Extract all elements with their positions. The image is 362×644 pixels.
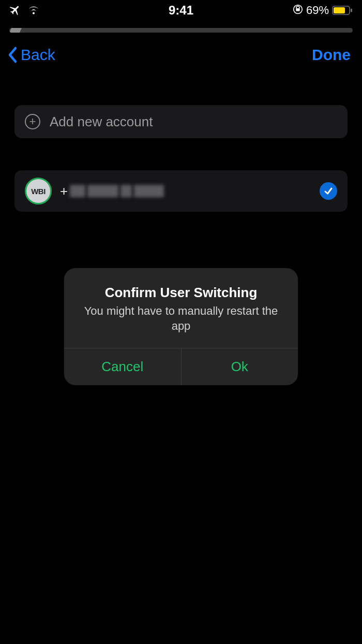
status-time: 9:41	[169, 3, 193, 18]
phone-prefix: +	[60, 183, 68, 199]
add-account-label: Add new account	[50, 114, 153, 130]
svg-rect-1	[296, 8, 299, 11]
alert-body: Confirm User Switching You might have to…	[64, 268, 298, 348]
alert-buttons: Cancel Ok	[64, 348, 298, 385]
redacted-phone	[70, 185, 164, 197]
avatar: WBI	[25, 178, 52, 204]
sheet-progress-bar	[9, 28, 353, 33]
rotation-lock-icon	[293, 4, 303, 17]
account-row[interactable]: WBI +	[14, 170, 348, 212]
status-left	[9, 4, 40, 17]
wifi-icon	[27, 5, 40, 16]
nav-bar: Back Done	[0, 33, 362, 64]
airplane-icon	[9, 4, 22, 17]
back-label: Back	[21, 46, 55, 64]
cancel-button[interactable]: Cancel	[64, 348, 181, 385]
account-phone: +	[60, 183, 164, 199]
plus-circle-icon: +	[25, 114, 40, 129]
status-bar: 9:41 69%	[0, 0, 362, 21]
done-button[interactable]: Done	[312, 46, 351, 64]
chevron-left-icon	[7, 46, 19, 64]
alert-title: Confirm User Switching	[79, 285, 283, 301]
avatar-text: WBI	[31, 187, 46, 196]
ok-button[interactable]: Ok	[181, 348, 298, 385]
svg-rect-4	[351, 9, 352, 12]
back-button[interactable]: Back	[7, 46, 55, 64]
content-area: + Add new account WBI +	[0, 64, 362, 212]
battery-percent: 69%	[306, 4, 329, 17]
status-right: 69%	[293, 4, 353, 17]
confirm-alert: Confirm User Switching You might have to…	[64, 268, 298, 385]
svg-rect-3	[334, 7, 345, 13]
sheet-progress-knob	[9, 28, 22, 33]
add-account-cell[interactable]: + Add new account	[14, 105, 348, 138]
alert-message: You might have to manually restart the a…	[79, 304, 283, 333]
battery-icon	[332, 6, 353, 15]
selected-check-icon	[320, 182, 337, 200]
